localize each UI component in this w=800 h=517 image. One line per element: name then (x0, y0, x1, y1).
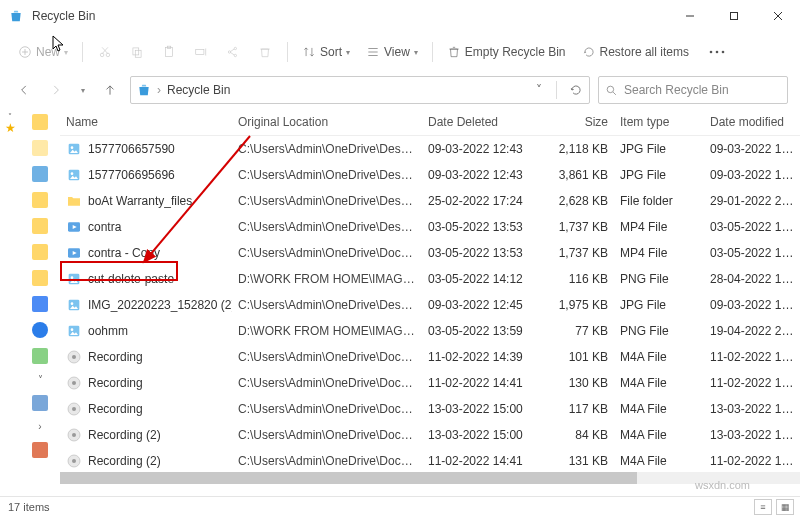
address-bar[interactable]: › Recycle Bin ˅ (130, 76, 590, 104)
size: 117 KB (552, 402, 614, 416)
copy-button[interactable] (123, 41, 151, 63)
share-button[interactable] (219, 41, 247, 63)
svg-point-19 (234, 54, 236, 56)
sidebar-thumb[interactable] (32, 442, 48, 458)
table-row[interactable]: boAt Warranty_filesC:\Users\Admin\OneDri… (60, 188, 800, 214)
size: 1,737 KB (552, 246, 614, 260)
details-view-button[interactable]: ≡ (754, 499, 772, 515)
search-icon (605, 84, 618, 97)
sidebar-thumb[interactable] (32, 244, 48, 260)
original-location: C:\Users\Admin\OneDrive\Documents\S... (232, 454, 422, 468)
address-row: ▾ › Recycle Bin ˅ Search Recycle Bin (0, 72, 800, 108)
sidebar-thumb[interactable] (32, 270, 48, 286)
table-row[interactable]: contra - CopyC:\Users\Admin\OneDrive\Doc… (60, 240, 800, 266)
sidebar-thumb[interactable] (32, 140, 48, 156)
table-row[interactable]: Recording (2)C:\Users\Admin\OneDrive\Doc… (60, 448, 800, 472)
cut-button[interactable] (91, 41, 119, 63)
empty-recycle-bin-button[interactable]: Empty Recycle Bin (441, 41, 572, 63)
table-row[interactable]: contraC:\Users\Admin\OneDrive\Desktop03-… (60, 214, 800, 240)
sidebar-thumb[interactable] (32, 296, 48, 312)
sidebar-thumb[interactable] (32, 192, 48, 208)
view-button[interactable]: View ▾ (360, 41, 424, 63)
date-modified: 19-04-2022 21:09 (704, 324, 800, 338)
table-row[interactable]: RecordingC:\Users\Admin\OneDrive\Documen… (60, 370, 800, 396)
sidebar-thumb[interactable] (32, 348, 48, 364)
svg-point-47 (71, 302, 74, 305)
file-rows[interactable]: 1577706657590C:\Users\Admin\OneDrive\Des… (60, 136, 800, 472)
svg-point-31 (716, 51, 719, 54)
file-name: Recording (88, 350, 143, 364)
table-row[interactable]: 1577706657590C:\Users\Admin\OneDrive\Des… (60, 136, 800, 162)
date-deleted: 03-05-2022 13:53 (422, 220, 552, 234)
paste-button[interactable] (155, 41, 183, 63)
table-row[interactable]: cut-delete-pasteD:\WORK FROM HOME\IMAGES… (60, 266, 800, 292)
col-original-location[interactable]: Original Location (232, 115, 422, 129)
minimize-button[interactable] (668, 0, 712, 32)
sidebar-thumb[interactable] (32, 218, 48, 234)
file-list: Name Original Location Date Deleted Size… (60, 108, 800, 496)
quick-access-strip: ˅ ★ (0, 108, 20, 496)
date-deleted: 09-03-2022 12:43 (422, 142, 552, 156)
image-icon (66, 297, 82, 313)
table-row[interactable]: RecordingC:\Users\Admin\OneDrive\Documen… (60, 344, 800, 370)
image-icon (66, 323, 82, 339)
svg-point-51 (72, 355, 76, 359)
table-row[interactable]: 1577706695696C:\Users\Admin\OneDrive\Des… (60, 162, 800, 188)
back-button[interactable] (12, 78, 36, 102)
maximize-button[interactable] (712, 0, 756, 32)
original-location: D:\WORK FROM HOME\IMAGES\O&O D... (232, 324, 422, 338)
breadcrumb-item[interactable]: Recycle Bin (167, 83, 230, 97)
table-row[interactable]: RecordingC:\Users\Admin\OneDrive\Documen… (60, 396, 800, 422)
size: 101 KB (552, 350, 614, 364)
svg-point-32 (722, 51, 725, 54)
svg-rect-11 (133, 48, 139, 55)
search-box[interactable]: Search Recycle Bin (598, 76, 788, 104)
col-size[interactable]: Size (552, 115, 614, 129)
rename-button[interactable] (187, 41, 215, 63)
item-type: File folder (614, 194, 704, 208)
table-row[interactable]: oohmmD:\WORK FROM HOME\IMAGES\O&O D...03… (60, 318, 800, 344)
svg-point-45 (71, 276, 74, 279)
refresh-button[interactable] (569, 83, 583, 97)
up-button[interactable] (98, 78, 122, 102)
svg-rect-15 (196, 50, 204, 55)
sidebar-thumb[interactable] (32, 114, 48, 130)
new-button[interactable]: New ▾ (12, 41, 74, 63)
original-location: C:\Users\Admin\OneDrive\Documents\S... (232, 428, 422, 442)
forward-button[interactable] (44, 78, 68, 102)
size: 3,861 KB (552, 168, 614, 182)
restore-all-button[interactable]: Restore all items (576, 41, 695, 63)
sidebar-thumb[interactable] (32, 395, 48, 411)
history-chevron[interactable]: ˅ (530, 83, 542, 97)
col-date-modified[interactable]: Date modified (704, 115, 800, 129)
chevron-down-icon[interactable]: ˅ (8, 112, 12, 121)
col-date-deleted[interactable]: Date Deleted (422, 115, 552, 129)
delete-button[interactable] (251, 41, 279, 63)
image-icon (66, 167, 82, 183)
sidebar-thumb[interactable] (32, 322, 48, 338)
table-row[interactable]: Recording (2)C:\Users\Admin\OneDrive\Doc… (60, 422, 800, 448)
col-item-type[interactable]: Item type (614, 115, 704, 129)
sidebar-chevron[interactable]: › (38, 421, 41, 432)
date-modified: 03-05-2022 13:50 (704, 246, 800, 260)
item-type: M4A File (614, 350, 704, 364)
file-name: Recording (88, 402, 143, 416)
sort-button[interactable]: Sort ▾ (296, 41, 356, 63)
chevron-down-icon: ▾ (414, 48, 418, 57)
horizontal-scrollbar[interactable] (60, 472, 800, 484)
date-deleted: 13-03-2022 15:00 (422, 428, 552, 442)
close-button[interactable] (756, 0, 800, 32)
thumbnails-view-button[interactable]: ▦ (776, 499, 794, 515)
recent-locations-button[interactable]: ▾ (76, 78, 90, 102)
date-deleted: 13-03-2022 15:00 (422, 402, 552, 416)
file-name: boAt Warranty_files (88, 194, 192, 208)
table-row[interactable]: IMG_20220223_152820 (2)C:\Users\Admin\On… (60, 292, 800, 318)
size: 116 KB (552, 272, 614, 286)
sidebar-thumb[interactable] (32, 166, 48, 182)
scrollbar-thumb[interactable] (60, 472, 637, 484)
original-location: C:\Users\Admin\OneDrive\Desktop (232, 220, 422, 234)
file-name: contra - Copy (88, 246, 160, 260)
sidebar-chevron[interactable]: ˅ (38, 374, 43, 385)
col-name[interactable]: Name (60, 115, 232, 129)
more-button[interactable] (703, 46, 731, 58)
